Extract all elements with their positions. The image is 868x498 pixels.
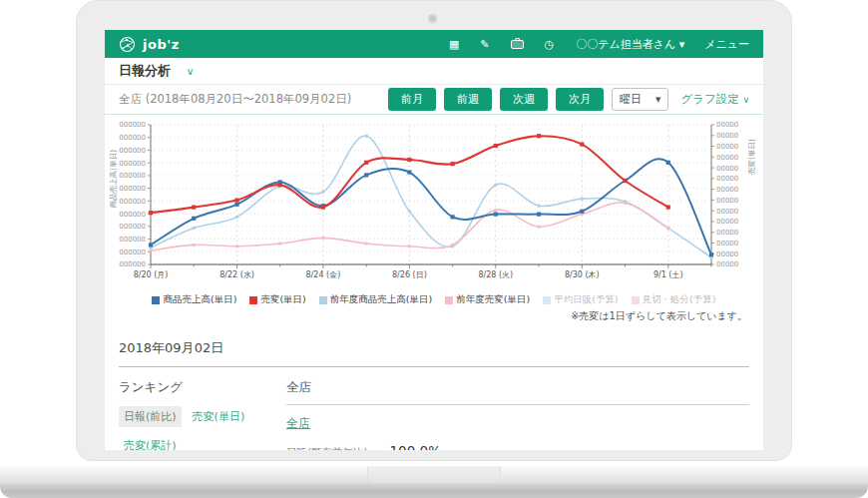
svg-text:00000: 00000 (716, 260, 738, 268)
svg-text:000000: 000000 (119, 121, 146, 129)
detail-section: ランキング 日報(前比)売変(単日)売変(累計) 1.〇〇 〇〇100.0% 全… (105, 367, 763, 450)
svg-text:商品売上高(単日): 商品売上高(単日) (109, 150, 118, 209)
legend-label: 平均日販(予算) (554, 293, 618, 306)
period-button-3[interactable]: 次月 (556, 88, 604, 111)
svg-text:00000: 00000 (716, 143, 738, 151)
store-summary-row: 日販(既存前年比)100.0% (286, 438, 441, 450)
legend-swatch-icon (632, 296, 640, 304)
clock-icon[interactable]: ◷ (545, 39, 555, 50)
svg-text:8/30 (木): 8/30 (木) (565, 270, 600, 279)
edit-icon[interactable]: ✎ (480, 39, 489, 50)
graph-settings-link[interactable]: グラフ設定 ∨ (680, 92, 749, 107)
period-button-0[interactable]: 前月 (388, 88, 436, 111)
laptop-camera-dot (428, 14, 437, 23)
svg-text:000000: 000000 (119, 134, 146, 142)
report-date-section: 2018年09月02日 (119, 331, 749, 367)
store-link[interactable]: 全店 (286, 415, 310, 432)
legend-item[interactable]: 売変(単日) (249, 293, 305, 306)
briefcase-icon[interactable] (511, 40, 524, 49)
menu-button[interactable]: メニュー (704, 37, 749, 52)
legend-item[interactable]: 平均日販(予算) (543, 293, 618, 306)
store-summary-title: 全店 (286, 379, 749, 405)
svg-text:00000: 00000 (716, 165, 738, 173)
brand-logo: job'z (119, 36, 180, 53)
graph-settings-label: グラフ設定 (680, 92, 738, 106)
chart-toolbar: 全店 (2018年08月20日〜2018年09月02日) 前月前週次週次月 曜日… (105, 85, 763, 115)
svg-text:000000: 000000 (119, 223, 146, 231)
svg-text:00000: 00000 (716, 208, 738, 216)
svg-text:売変(単日): 売変(単日) (747, 139, 756, 175)
svg-text:00000: 00000 (716, 240, 738, 248)
legend-swatch-icon (249, 296, 257, 304)
jobz-logo-icon (119, 36, 136, 53)
ranking-tab-0[interactable]: 日報(前比) (119, 406, 182, 427)
svg-text:000000: 000000 (119, 260, 146, 268)
store-summary-rows: 日販(既存前年比)100.0%商品売上高(累計平均)100,000 (286, 438, 441, 450)
app-screen: job'z ▦ ✎ ◷ 〇〇テム担当者さん ▾ メニュー 日報分析 ∨ 全店 (… (105, 30, 763, 450)
chart-note: ※売変は1日ずらして表示しています。 (105, 306, 763, 323)
store-row-value: 100.0% (390, 443, 441, 450)
weekday-select-value: 曜日 (620, 92, 642, 107)
legend-label: 前年度売変(単日) (456, 293, 530, 306)
period-button-1[interactable]: 前週 (444, 88, 492, 111)
legend-label: 前年度商品売上高(単日) (330, 293, 432, 306)
svg-text:00000: 00000 (716, 229, 738, 237)
svg-text:00000: 00000 (716, 186, 738, 194)
legend-item[interactable]: 見切・処分(予算) (632, 293, 716, 306)
svg-text:000000: 000000 (119, 160, 146, 168)
user-menu[interactable]: 〇〇テム担当者さん ▾ (576, 37, 684, 52)
legend-swatch-icon (445, 296, 453, 304)
laptop-base (0, 483, 868, 498)
ranking-tab-1[interactable]: 売変(単日) (188, 406, 250, 427)
chart-legend: 商品売上高(単日)売変(単日)前年度商品売上高(単日)前年度売変(単日)平均日販… (105, 293, 763, 306)
ranking-panel: ランキング 日報(前比)売変(単日)売変(累計) 1.〇〇 〇〇100.0% (119, 379, 268, 450)
settings-caret-icon: ∨ (742, 95, 749, 105)
svg-text:00000: 00000 (716, 250, 738, 258)
legend-swatch-icon (543, 296, 551, 304)
chevron-down-icon: ▾ (679, 38, 685, 51)
svg-text:8/26 (日): 8/26 (日) (392, 270, 427, 279)
store-summary-panel: 全店 全店 日販(既存前年比)100.0%商品売上高(累計平均)100,000 (286, 379, 749, 450)
svg-text:8/22 (水): 8/22 (水) (219, 270, 254, 279)
ranking-tabs: 日報(前比)売変(単日)売変(累計) (119, 406, 268, 450)
laptop-mockup: job'z ▦ ✎ ◷ 〇〇テム担当者さん ▾ メニュー 日報分析 ∨ 全店 (… (0, 0, 868, 498)
svg-text:9/1 (土): 9/1 (土) (653, 270, 683, 279)
legend-item[interactable]: 前年度売変(単日) (445, 293, 530, 306)
legend-swatch-icon (152, 296, 160, 304)
grid-icon[interactable]: ▦ (449, 39, 459, 50)
legend-label: 見切・処分(予算) (643, 293, 716, 306)
svg-text:00000: 00000 (716, 218, 738, 226)
period-buttons: 前月前週次週次月 (388, 88, 604, 111)
svg-text:00000: 00000 (716, 154, 738, 162)
brand-name: job'z (143, 37, 180, 52)
report-date: 2018年09月02日 (119, 340, 223, 355)
svg-text:000000: 000000 (119, 249, 146, 256)
legend-item[interactable]: 前年度商品売上高(単日) (319, 293, 432, 306)
svg-text:000000: 000000 (119, 236, 146, 244)
weekday-select[interactable]: 曜日 ▼ (612, 88, 668, 111)
svg-text:8/28 (火): 8/28 (火) (478, 270, 513, 279)
legend-item[interactable]: 商品売上高(単日) (152, 293, 236, 306)
page-title-chevron-icon[interactable]: ∨ (187, 66, 194, 77)
period-button-2[interactable]: 次週 (500, 88, 548, 111)
svg-text:00000: 00000 (716, 175, 738, 183)
svg-text:8/24 (金): 8/24 (金) (306, 270, 341, 279)
store-row-label: 日販(既存前年比) (286, 446, 368, 450)
svg-text:000000: 000000 (119, 172, 146, 180)
legend-swatch-icon (319, 296, 327, 304)
svg-text:000000: 000000 (119, 147, 146, 155)
svg-text:00000: 00000 (716, 132, 738, 140)
scope-date-range: 全店 (2018年08月20日〜2018年09月02日) (119, 92, 351, 107)
svg-text:8/20 (月): 8/20 (月) (134, 270, 169, 279)
page-title: 日報分析 (119, 62, 171, 80)
app-header: job'z ▦ ✎ ◷ 〇〇テム担当者さん ▾ メニュー (105, 30, 763, 58)
line-chart: 0000000000000000000000000000000000000000… (105, 117, 763, 288)
user-menu-label: 〇〇テム担当者さん (576, 38, 675, 51)
ranking-tab-2[interactable]: 売変(累計) (119, 435, 182, 450)
select-caret-icon: ▼ (655, 96, 660, 104)
svg-text:000000: 000000 (119, 211, 146, 219)
ranking-title: ランキング (119, 379, 268, 396)
chart-area: 0000000000000000000000000000000000000000… (105, 115, 763, 323)
legend-label: 売変(単日) (260, 293, 305, 306)
legend-label: 商品売上高(単日) (163, 293, 236, 306)
